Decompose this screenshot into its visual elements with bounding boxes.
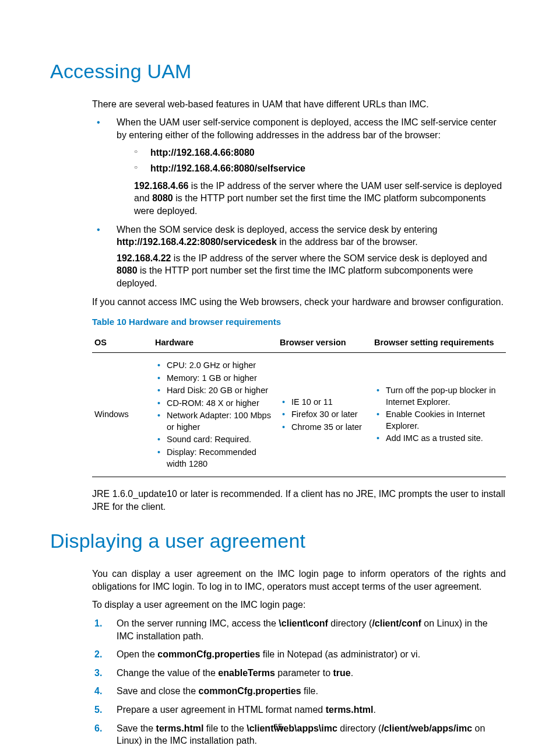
list-item: Firefox 30 or later bbox=[280, 409, 366, 421]
step-item: Save and close the commonCfg.properties … bbox=[92, 685, 506, 698]
table-row: Windows CPU: 2.0 GHz or higher Memory: 1… bbox=[92, 353, 506, 477]
list-item: When the SOM service desk is deployed, a… bbox=[92, 223, 506, 290]
list-item: Add IMC as a trusted site. bbox=[374, 433, 500, 444]
url-text: http://192.168.4.66:8080 bbox=[150, 148, 255, 158]
explanation-paragraph: 192.168.4.22 is the IP address of the se… bbox=[117, 252, 506, 290]
list-item: Turn off the pop-up blocker in Internet … bbox=[374, 385, 500, 408]
list-item: Chrome 35 or later bbox=[280, 422, 366, 433]
list-item: Hard Disk: 20 GB or higher bbox=[155, 385, 272, 397]
explanation-paragraph: 192.168.4.66 is the IP address of the se… bbox=[134, 180, 506, 218]
list-item: CPU: 2.0 GHz or higher bbox=[155, 360, 272, 372]
list-item: CD-ROM: 48 X or higher bbox=[155, 398, 272, 410]
list-item: When the UAM user self-service component… bbox=[92, 116, 506, 217]
ip-text: 192.168.4.22 bbox=[117, 253, 171, 263]
list-item: Sound card: Required. bbox=[155, 434, 272, 446]
url-text: http://192.168.4.22:8080/servicedesk bbox=[117, 237, 277, 247]
th-browser-version: Browser version bbox=[277, 334, 372, 352]
jre-paragraph: JRE 1.6.0_update10 or later is recommend… bbox=[92, 488, 506, 513]
cell-hardware: CPU: 2.0 GHz or higher Memory: 1 GB or h… bbox=[153, 353, 277, 477]
cannot-access-paragraph: If you cannot access IMC using the Web b… bbox=[92, 296, 506, 309]
table-caption: Table 10 Hardware and browser requiremen… bbox=[92, 316, 506, 328]
ip-text: 192.168.4.66 bbox=[134, 181, 188, 191]
cell-browser-version: IE 10 or 11 Firefox 30 or later Chrome 3… bbox=[277, 353, 372, 477]
ua-lead-paragraph: To display a user agreement on the IMC l… bbox=[92, 598, 506, 611]
step-item: On the server running IMC, access the \c… bbox=[92, 617, 506, 642]
cell-browser-settings: Turn off the pop-up blocker in Internet … bbox=[372, 353, 506, 477]
list-item: Display: Recommended width 1280 bbox=[155, 447, 272, 470]
heading-accessing-uam: Accessing UAM bbox=[50, 58, 506, 85]
url-text: http://192.168.4.66:8080/selfservice bbox=[150, 163, 305, 173]
cell-os: Windows bbox=[92, 353, 153, 477]
step-item: Prepare a user agreement in HTML format … bbox=[92, 704, 506, 716]
ua-intro-paragraph: You can display a user agreement on the … bbox=[92, 568, 506, 593]
list-text: When the UAM user self-service component… bbox=[117, 117, 497, 140]
intro-paragraph: There are several web-based features in … bbox=[92, 98, 506, 111]
th-browser-settings: Browser setting requirements bbox=[372, 334, 506, 352]
requirements-table: OS Hardware Browser version Browser sett… bbox=[92, 334, 506, 477]
list-item: IE 10 or 11 bbox=[280, 397, 366, 408]
step-item: Open the commonCfg.properties file in No… bbox=[92, 648, 506, 661]
port-text: 8080 bbox=[117, 265, 138, 275]
list-item: http://192.168.4.66:8080/selfservice bbox=[134, 162, 506, 175]
port-text: 8080 bbox=[152, 193, 173, 203]
th-hardware: Hardware bbox=[153, 334, 277, 352]
access-list: When the UAM user self-service component… bbox=[92, 116, 506, 289]
list-text: When the SOM service desk is deployed, a… bbox=[117, 225, 437, 235]
list-item: http://192.168.4.66:8080 bbox=[134, 146, 506, 159]
step-item: Change the value of the enableTerms para… bbox=[92, 667, 506, 680]
list-item: Network Adapter: 100 Mbps or higher bbox=[155, 410, 272, 433]
url-sublist: http://192.168.4.66:8080 http://192.168.… bbox=[134, 146, 506, 175]
page-number: 65 bbox=[0, 722, 556, 733]
list-item: Enable Cookies in Internet Explorer. bbox=[374, 409, 500, 432]
heading-displaying-user-agreement: Displaying a user agreement bbox=[50, 528, 506, 555]
list-item: Memory: 1 GB or higher bbox=[155, 373, 272, 384]
th-os: OS bbox=[92, 334, 153, 352]
